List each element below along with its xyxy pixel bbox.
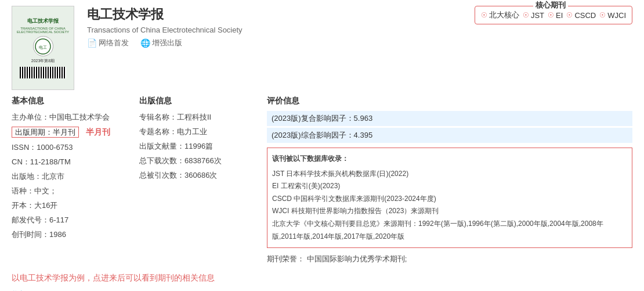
bottom-note: 以电工技术学报为例，点进来后可以看到期刊的相关信息 [12, 273, 632, 283]
journal-cover: 电工技术学报 TRANSACTIONS OF CHINA ELECTROTECH… [12, 6, 75, 90]
eval-info-column: 评价信息 (2023版)复合影响因子：5.963 (2023版)综合影响因子：4… [267, 96, 632, 264]
db-item-1: JST 日本科学技术振兴机构数据库(日)(2022) [272, 168, 627, 181]
tag-cscd: ☉ CSCD [566, 11, 596, 20]
impact2-label: (2023版)综合影响因子： [272, 131, 354, 139]
article-count-value: 11996篇 [184, 142, 213, 150]
sponsor-row: 主办单位：中国电工技术学会 [12, 111, 128, 124]
tags-section: 核心期刊 ☉ 北大核心 ☉ JST ☉ EI ☉ [469, 6, 632, 24]
page-container: 电工技术学报 TRANSACTIONS OF CHINA ELECTROTECH… [0, 0, 644, 291]
subject2-value: 电力工业 [177, 127, 207, 136]
enhanced-icon: 🌐 [140, 38, 150, 48]
cover-image: 电工技术学报 TRANSACTIONS OF CHINA ELECTROTECH… [12, 6, 74, 90]
core-badge: 核心期刊 [533, 0, 568, 10]
period-row: 出版周期：半月刊 半月刊 [12, 125, 128, 139]
tag-icon-beida: ☉ [481, 11, 487, 19]
impact2-value: 4.395 [354, 131, 373, 139]
cover-title-en: TRANSACTIONS OF CHINA ELECTROTECHNICAL S… [15, 27, 71, 34]
tag-icon-ei: ☉ [548, 11, 554, 19]
db-item-3: CSCD 中国科学引文数据库来源期刊(2023-2024年度) [272, 193, 627, 206]
subject2-label: 专题名称： [139, 127, 177, 136]
tag-beida: ☉ 北大核心 [481, 10, 519, 20]
period-annotation: 半月刊 [86, 127, 110, 136]
online-first-icon: 📄 [87, 38, 96, 48]
cover-barcode [20, 67, 66, 78]
main-body: 基本信息 主办单位：中国电工技术学会 出版周期：半月刊 半月刊 ISSN：100… [12, 96, 632, 264]
journal-title-en: Transactions of China Electrotechnical S… [87, 26, 457, 34]
eval-info-header: 评价信息 [267, 96, 632, 106]
language-row: 语种：中文； [12, 185, 128, 197]
issn-row: ISSN：1000-6753 [12, 141, 128, 154]
top-row: 电工技术学报 TRANSACTIONS OF CHINA ELECTROTECH… [12, 6, 632, 90]
tag-label-cscd: CSCD [574, 11, 596, 20]
tag-jst: ☉ JST [523, 11, 544, 20]
honor-item: 中国国际影响力优秀学术期刊; [307, 254, 407, 263]
cite-label: 总被引次数： [139, 171, 184, 179]
title-and-actions: 电工技术学报 Transactions of China Electrotech… [87, 6, 457, 48]
cover-logo: 电工 [33, 36, 53, 56]
cn-row: CN：11-2188/TM [12, 156, 128, 168]
honor-header: 期刊荣誉： [267, 254, 305, 263]
enhanced-link[interactable]: 🌐 增强出版 [140, 38, 182, 48]
publish-info-header: 出版信息 [139, 96, 255, 106]
main-content: 电工技术学报 TRANSACTIONS OF CHINA ELECTROTECH… [0, 0, 644, 291]
format-row: 开本：大16开 [12, 199, 128, 212]
db-box: 该刊被以下数据库收录： JST 日本科学技术振兴机构数据库(日)(2022) E… [267, 148, 632, 248]
publish-info-column: 出版信息 专辑名称：工程科技II 专题名称：电力工业 出版文献量：11996篇 … [139, 96, 255, 264]
tag-icon-jst: ☉ [523, 11, 529, 19]
tag-ei: ☉ EI [548, 11, 563, 20]
actions-row: 📄 网络首发 🌐 增强出版 [87, 38, 457, 48]
tag-label-beida: 北大核心 [489, 10, 519, 20]
basic-info-header: 基本信息 [12, 96, 128, 106]
impact2-box: (2023版)综合影响因子：4.395 [267, 128, 632, 143]
enhanced-label: 增强出版 [152, 38, 182, 48]
cover-title-zh: 电工技术学报 [27, 17, 59, 25]
post-code-row: 邮发代号：6-117 [12, 214, 128, 227]
cite-row: 总被引次数：360686次 [139, 169, 255, 182]
subject1-label: 专辑名称： [139, 113, 177, 121]
tag-icon-wjci: ☉ [599, 11, 606, 19]
online-first-label: 网络首发 [99, 38, 129, 48]
subject1-value: 工程科技II [177, 113, 211, 121]
founded-row: 创刊时间：1986 [12, 228, 128, 241]
db-item-5: 北京大学《中文核心期刊要目总览》来源期刊：1992年(第一版),1996年(第二… [272, 218, 627, 243]
svg-text:电工: 电工 [39, 45, 47, 49]
impact1-label: (2023版)复合影响因子： [272, 114, 354, 123]
impact1-value: 5.963 [354, 114, 373, 123]
honor-section: 期刊荣誉： 中国国际影响力优秀学术期刊; [267, 254, 632, 264]
subject1-row: 专辑名称：工程科技II [139, 111, 255, 124]
tag-label-wjci: WJCI [607, 11, 626, 20]
subject2-row: 专题名称：电力工业 [139, 125, 255, 138]
impact-wrapper: (2023版)复合影响因子：5.963 (2023版)综合影响因子：4.395 … [267, 111, 632, 143]
db-header: 该刊被以下数据库收录： [272, 153, 627, 166]
tag-icon-cscd: ☉ [566, 11, 573, 19]
eval-section: (2023版)复合影响因子：5.963 (2023版)综合影响因子：4.395 … [267, 111, 632, 264]
article-count-row: 出版文献量：11996篇 [139, 140, 255, 153]
db-item-4: WJCI 科技期刊世界影响力指数报告（2023）来源期刊 [272, 205, 627, 218]
journal-title-zh: 电工技术学报 [87, 6, 457, 23]
basic-info-column: 基本信息 主办单位：中国电工技术学会 出版周期：半月刊 半月刊 ISSN：100… [12, 96, 128, 264]
period-highlight: 出版周期：半月刊 [12, 127, 79, 138]
download-value: 6838766次 [184, 156, 222, 165]
tag-wjci: ☉ WJCI [599, 11, 626, 20]
impact1-box: (2023版)复合影响因子：5.963 [267, 111, 632, 126]
place-row: 出版地：北京市 [12, 170, 128, 183]
tag-label-ei: EI [556, 11, 563, 20]
db-item-2: EI 工程索引(美)(2023) [272, 180, 627, 193]
online-first-link[interactable]: 📄 网络首发 [87, 38, 129, 48]
tag-label-jst: JST [531, 11, 544, 20]
cover-issue: 2023年第8期 [31, 58, 55, 64]
article-count-label: 出版文献量： [139, 142, 184, 150]
cite-value: 360686次 [184, 171, 217, 179]
download-label: 总下载次数： [139, 156, 184, 165]
download-row: 总下载次数：6838766次 [139, 155, 255, 167]
